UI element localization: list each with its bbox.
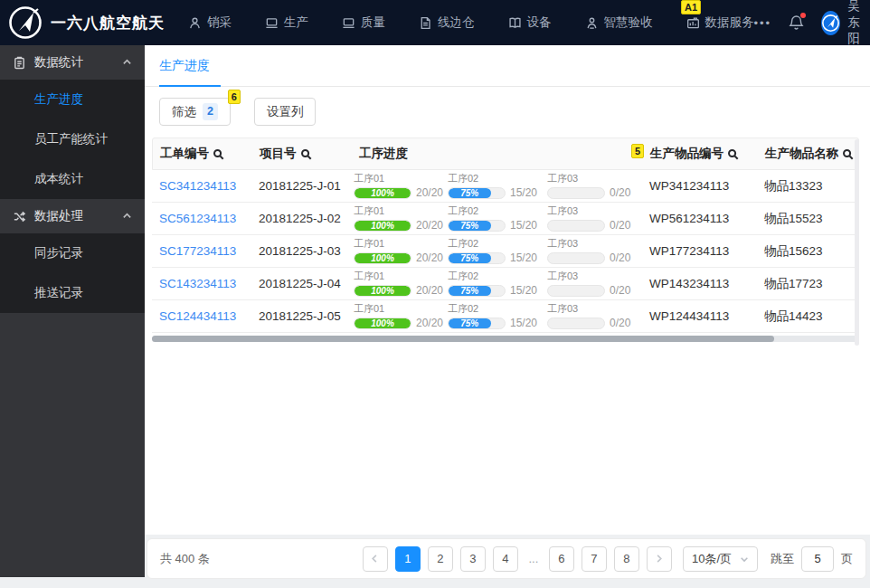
user-icon (188, 16, 202, 30)
process-group: 工序01 100% 20/20 (354, 270, 448, 297)
process-count: 15/20 (510, 284, 537, 297)
process-label: 工序02 (448, 205, 547, 217)
project-number-cell: 20181225-J-01 (251, 179, 351, 193)
notification-dot (800, 13, 806, 18)
jump-suffix: 页 (841, 551, 853, 567)
table-row: SC124434113 20181225-J-05 工序01 100% 20 (152, 300, 859, 333)
progress-bar: 100% (354, 252, 411, 264)
table-row: SC143234113 20181225-J-04 工序01 100% 20 (152, 268, 859, 300)
sidebar-item-sync-records[interactable]: 同步记录 (0, 233, 145, 273)
sidebar-item-employee-capacity[interactable]: 员工产能统计 (0, 119, 145, 159)
navbar-right: ••• 吴东阳 退出 (754, 0, 870, 47)
search-icon[interactable] (727, 148, 739, 160)
chevron-up-icon (122, 56, 132, 70)
company-logo-icon (7, 5, 43, 41)
progress-bar (547, 285, 605, 297)
work-order-cell: SC561234113 (152, 212, 251, 225)
nav-item-quality[interactable]: 质量 (342, 14, 385, 31)
column-header-item-number: 5 生产物品编号 (643, 146, 758, 162)
notification-bell-icon[interactable] (789, 14, 804, 31)
process-progress-cell: 工序01 100% 20/20 工序02 (351, 270, 642, 297)
nav-item-smart-acceptance[interactable]: 智慧验收 (585, 14, 653, 31)
sidebar-group-data-processing[interactable]: 数据处理 (0, 199, 145, 233)
process-group: 工序03 0/20 (547, 238, 641, 264)
process-label: 工序01 (354, 205, 448, 217)
process-count: 20/20 (416, 284, 443, 297)
sidebar-item-push-records[interactable]: 推送记录 (0, 273, 145, 313)
process-group: 工序02 75% 15/20 (448, 173, 547, 199)
progress-bar: 75% (448, 318, 506, 329)
column-label: 生产物品编号 (650, 146, 723, 162)
sidebar-item-cost-statistics[interactable]: 成本统计 (0, 159, 145, 199)
work-order-link[interactable]: SC341234113 (159, 179, 236, 193)
process-count: 15/20 (510, 317, 537, 329)
book-icon (508, 16, 522, 30)
process-group: 工序03 0/20 (547, 173, 641, 199)
page-ellipsis[interactable]: ... (525, 552, 542, 565)
chevron-up-icon (122, 210, 132, 223)
progress-bar (547, 187, 605, 199)
process-count: 0/20 (610, 186, 630, 199)
search-icon[interactable] (300, 148, 312, 160)
work-order-link[interactable]: SC124434113 (159, 309, 236, 323)
nav-item-sales[interactable]: 销采 (188, 14, 232, 31)
app-window: 一六八航空航天 销采 生产 质量 线边仓 设备 (0, 0, 870, 588)
page-button[interactable]: 8 (614, 546, 639, 572)
sidebar-group-data-statistics[interactable]: 数据统计 (0, 45, 145, 80)
page-button[interactable]: 1 (395, 546, 421, 572)
process-count: 20/20 (416, 186, 443, 199)
page-button[interactable]: 7 (582, 546, 607, 572)
nav-item-equipment[interactable]: 设备 (508, 14, 552, 31)
nav-item-production[interactable]: 生产 (265, 14, 308, 31)
sidebar: 数据统计 生产进度 员工产能统计 成本统计 数据处理 同步记录 推送记录 (0, 45, 145, 577)
shuffle-icon (13, 210, 26, 223)
horizontal-scrollbar-thumb[interactable] (152, 336, 774, 342)
progress-bar (547, 318, 605, 329)
toolbar: 筛选 2 6 设置列 (145, 87, 870, 136)
filter-button[interactable]: 筛选 2 6 (159, 98, 231, 126)
next-page-button[interactable] (647, 546, 672, 572)
process-label: 工序02 (448, 270, 547, 282)
page-size-select[interactable]: 10条/页 (683, 546, 758, 572)
nav-item-label: 线边仓 (438, 14, 475, 31)
top-navbar: 一六八航空航天 销采 生产 质量 线边仓 设备 (0, 0, 870, 45)
table-row: SC341234113 20181225-J-01 工序01 100% 20 (152, 170, 859, 203)
nav-item-data-services[interactable]: 数据服务 (686, 14, 754, 31)
page-button[interactable]: 3 (460, 546, 486, 572)
jump-page-input[interactable] (801, 546, 834, 572)
sidebar-item-production-progress[interactable]: 生产进度 (0, 80, 145, 119)
total-count: 共 400 条 (160, 551, 210, 567)
set-columns-button[interactable]: 设置列 (254, 98, 317, 126)
process-count: 15/20 (510, 219, 537, 232)
progress-bar: 100% (354, 220, 411, 232)
nav-item-label: 数据服务 (705, 14, 754, 31)
work-order-link[interactable]: SC143234113 (159, 277, 236, 290)
search-icon[interactable] (842, 148, 854, 160)
project-number-cell: 20181225-J-02 (251, 212, 351, 225)
item-number-cell: WP561234113 (642, 212, 757, 225)
process-count: 0/20 (610, 317, 630, 329)
process-label: 工序02 (448, 173, 547, 185)
process-label: 工序01 (354, 303, 448, 315)
table-row: SC561234113 20181225-J-02 工序01 100% 20 (152, 203, 859, 235)
work-order-link[interactable]: SC177234113 (159, 244, 236, 258)
work-order-link[interactable]: SC561234113 (159, 212, 236, 225)
tab-production-progress[interactable]: 生产进度 (159, 58, 221, 87)
user-menu[interactable]: 吴东阳 (821, 0, 865, 47)
page-button[interactable]: 4 (493, 546, 518, 572)
horizontal-scrollbar (152, 336, 859, 342)
page-button[interactable]: 2 (428, 546, 453, 572)
tab-bar: 生产进度 (145, 45, 870, 87)
process-count: 0/20 (610, 219, 630, 232)
prev-page-button[interactable] (363, 546, 388, 572)
more-menu-icon[interactable]: ••• (754, 16, 772, 30)
process-progress-cell: 工序01 100% 20/20 工序02 (351, 303, 642, 329)
pager: 1 2 3 4 ... 6 7 8 10条/页 跳至 页 (363, 546, 853, 572)
vertical-scrollbar[interactable] (855, 139, 859, 346)
process-count: 20/20 (416, 317, 443, 329)
column-header-process-progress: 工序进度 (352, 146, 643, 162)
search-icon[interactable] (213, 148, 224, 160)
page-button[interactable]: 6 (549, 546, 574, 572)
nav-item-lineside-warehouse[interactable]: 线边仓 (419, 14, 475, 31)
bar-chart-icon (686, 16, 700, 30)
